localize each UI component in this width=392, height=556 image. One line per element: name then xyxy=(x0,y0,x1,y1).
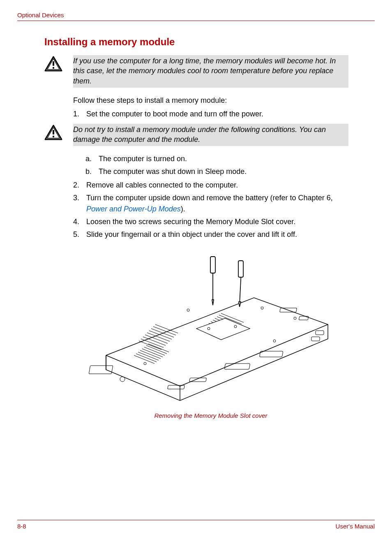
content-area: Installing a memory module If you use th… xyxy=(44,31,348,419)
step-number: 3. xyxy=(73,192,86,215)
svg-point-43 xyxy=(120,377,125,382)
page-number: 8-8 xyxy=(17,523,26,530)
svg-point-53 xyxy=(187,309,189,311)
caution-icon xyxy=(44,55,73,88)
svg-rect-48 xyxy=(238,261,243,277)
step-2: 2. Remove all cables connected to the co… xyxy=(73,180,348,191)
step-number: 1. xyxy=(73,109,86,120)
substep-text: The computer is turned on. xyxy=(99,153,187,164)
substep-b: b. The computer was shut down in Sleep m… xyxy=(85,166,348,177)
step3-before: Turn the computer upside down and remove… xyxy=(86,194,333,202)
caution-text-1: If you use the computer for a long time,… xyxy=(73,55,348,88)
step-number: 4. xyxy=(73,216,86,227)
cross-reference-link[interactable]: Power and Power-Up Modes xyxy=(86,205,181,213)
header-rule xyxy=(17,21,375,21)
substep-label: a. xyxy=(85,153,99,164)
figure-container: Removing the Memory Module Slot cover xyxy=(73,248,348,419)
substep-a: a. The computer is turned on. xyxy=(85,153,348,164)
step-number: 2. xyxy=(73,180,86,191)
intro-text: Follow these steps to install a memory m… xyxy=(73,95,348,106)
document-title: User's Manual xyxy=(336,523,375,530)
step-1: 1. Set the computer to boot mode and tur… xyxy=(73,109,348,120)
svg-marker-8 xyxy=(106,298,328,401)
caution-icon xyxy=(44,124,73,146)
step3-after: ). xyxy=(181,205,185,213)
step-text: Slide your fingernail or a thin object u… xyxy=(86,229,348,240)
substep-label: b. xyxy=(85,166,99,177)
section-heading: Installing a memory module xyxy=(44,36,348,48)
svg-point-3 xyxy=(53,67,54,69)
svg-point-7 xyxy=(53,136,54,137)
step-number: 5. xyxy=(73,229,86,240)
svg-rect-2 xyxy=(53,61,54,66)
svg-marker-46 xyxy=(212,300,214,305)
step-4: 4. Loosen the two screws securing the Me… xyxy=(73,216,348,227)
caution-text-2: Do not try to install a memory module un… xyxy=(73,124,348,146)
header-chapter-title: Optional Devices xyxy=(17,12,375,20)
page-footer: 8-8 User's Manual xyxy=(17,520,375,530)
laptop-diagram-illustration xyxy=(81,248,340,405)
step-text: Loosen the two screws securing the Memor… xyxy=(86,216,348,227)
svg-rect-45 xyxy=(210,257,215,273)
step-text: Remove all cables connected to the compu… xyxy=(86,180,348,191)
figure-caption: Removing the Memory Module Slot cover xyxy=(73,412,348,419)
caution-block-1: If you use the computer for a long time,… xyxy=(44,55,348,88)
step-3: 3. Turn the computer upside down and rem… xyxy=(73,192,348,215)
step-text: Turn the computer upside down and remove… xyxy=(86,192,348,215)
page-header: Optional Devices xyxy=(17,12,375,21)
footer-rule xyxy=(17,520,375,520)
substep-text: The computer was shut down in Sleep mode… xyxy=(99,166,247,177)
caution-block-2: Do not try to install a memory module un… xyxy=(44,124,348,146)
step-text: Set the computer to boot mode and turn o… xyxy=(86,109,348,120)
svg-rect-6 xyxy=(53,130,54,134)
step-5: 5. Slide your fingernail or a thin objec… xyxy=(73,229,348,240)
